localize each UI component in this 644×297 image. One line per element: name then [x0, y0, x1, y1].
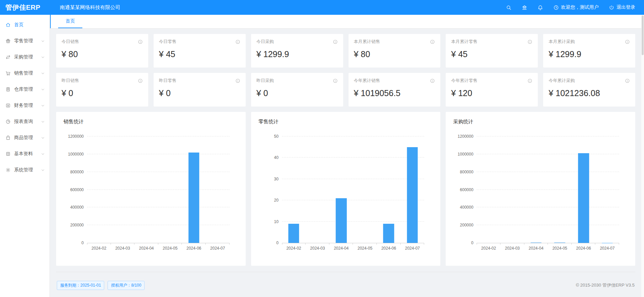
stat-value: ¥ 0 — [159, 88, 240, 98]
category-slot: 2024-05 — [548, 136, 572, 243]
swap-icon — [5, 54, 11, 60]
stat-label: 昨日销售 — [62, 78, 79, 84]
x-tick-label: 2024-07 — [396, 246, 429, 251]
footer: 服务到期：2025-01-01授权用户：8/100 © 2015-2030 管伊… — [56, 272, 635, 294]
y-tick-label: 50 — [274, 134, 278, 139]
category-slot: 2024-07 — [595, 136, 619, 243]
app-logo: 管伊佳ERP — [0, 3, 55, 12]
category-slot: 2024-02 — [477, 136, 500, 243]
footer-badges: 服务到期：2025-01-01授权用户：8/100 — [57, 281, 145, 290]
stat-value: ¥ 45 — [451, 49, 532, 59]
y-tick-label: 200000 — [70, 223, 84, 227]
chart-card: 采购统计020000040000060000080000010000001200… — [446, 112, 635, 266]
info-icon[interactable] — [527, 39, 532, 44]
tab-home[interactable]: 首页 — [58, 15, 82, 28]
bank-icon[interactable] — [522, 5, 527, 10]
stat-card: 今年累计销售¥ 1019056.5 — [349, 73, 441, 107]
y-tick-label: 800000 — [460, 170, 473, 174]
chart-title: 零售统计 — [258, 119, 433, 125]
info-icon[interactable] — [235, 39, 240, 44]
stat-card: 昨日零售¥ 0 — [154, 73, 246, 107]
category-slot: 2024-06 — [182, 136, 206, 243]
sidebar-item-purchase[interactable]: 采购管理 — [0, 49, 49, 65]
search-icon[interactable] — [506, 5, 512, 10]
category-slot: 2024-06 — [572, 136, 596, 243]
stat-card: 昨日采购¥ 0 — [251, 73, 343, 107]
logout-button[interactable]: 退出登录 — [609, 4, 635, 10]
chart-title: 采购统计 — [453, 119, 628, 125]
chart-card: 销售统计020000040000060000080000010000001200… — [56, 112, 246, 266]
stat-value: ¥ 1299.9 — [256, 49, 338, 59]
category-slot: 2024-07 — [401, 136, 425, 243]
sidebar-item-label: 商品管理 — [14, 135, 38, 141]
y-tick-label: 800000 — [70, 170, 84, 174]
info-icon[interactable] — [527, 78, 532, 83]
welcome-user[interactable]: 欢迎您，测试用户 — [553, 4, 599, 10]
y-tick-label: 1000000 — [458, 152, 474, 157]
stat-card: 本月累计零售¥ 45 — [446, 34, 538, 68]
y-tick-label: 1200000 — [68, 134, 84, 139]
logout-text: 退出登录 — [616, 4, 635, 10]
stat-label: 今年累计采购 — [549, 78, 575, 84]
sidebar-item-retail[interactable]: 零售管理 — [0, 33, 49, 49]
info-icon[interactable] — [138, 39, 143, 44]
bell-icon[interactable] — [537, 5, 543, 10]
stat-label: 今年累计销售 — [354, 78, 380, 84]
info-icon[interactable] — [625, 78, 630, 83]
sidebar-item-goods[interactable]: 商品管理 — [0, 130, 49, 146]
sidebar-item-label: 财务管理 — [14, 102, 38, 109]
category-slot: 2024-03 — [111, 136, 135, 243]
sidebar-item-home[interactable]: 首页 — [0, 17, 49, 33]
info-icon[interactable] — [430, 78, 435, 83]
stat-value: ¥ 1019056.5 — [354, 88, 435, 98]
category-slot: 2024-05 — [353, 136, 377, 243]
chevron-down-icon — [41, 104, 45, 108]
stat-label: 昨日采购 — [256, 78, 274, 84]
sidebar-item-reports[interactable]: 报表查询 — [0, 114, 49, 130]
sidebar-item-warehouse[interactable]: 仓库管理 — [0, 81, 49, 97]
y-tick-label: 40 — [274, 155, 278, 160]
category-slot: 2024-06 — [377, 136, 401, 243]
stat-label: 昨日零售 — [159, 78, 176, 84]
header-actions: 欢迎您，测试用户 退出登录 — [506, 4, 644, 10]
chevron-down-icon — [41, 39, 45, 43]
stat-card: 今日零售¥ 45 — [154, 34, 246, 68]
copyright: © 2015-2030 管伊佳ERP V3.5 — [576, 282, 635, 288]
category-slot: 2024-04 — [134, 136, 158, 243]
chevron-down-icon — [41, 55, 45, 59]
scrollbar-thumb[interactable] — [642, 15, 644, 55]
pie-chart-icon — [5, 119, 11, 124]
y-tick-label: 30 — [274, 177, 278, 181]
y-tick-label: 400000 — [460, 205, 473, 210]
scrollbar[interactable] — [641, 15, 644, 297]
footer-badge[interactable]: 服务到期：2025-01-01 — [57, 281, 104, 290]
sidebar-item-basic[interactable]: 基本资料 — [0, 146, 49, 162]
sidebar-item-finance[interactable]: 财务管理 — [0, 97, 49, 114]
category-slot: 2024-02 — [282, 136, 306, 243]
sidebar-item-system[interactable]: 系统管理 — [0, 162, 49, 178]
bar — [407, 147, 418, 243]
info-icon[interactable] — [625, 39, 630, 44]
stat-value: ¥ 45 — [159, 49, 240, 59]
stat-label: 本月累计销售 — [354, 39, 380, 45]
footer-badge[interactable]: 授权用户：8/100 — [108, 281, 145, 290]
info-icon[interactable] — [235, 78, 240, 83]
y-tick-label: 0 — [81, 241, 84, 245]
chart-card: 零售统计010203040502024-022024-032024-042024… — [251, 112, 441, 266]
bar-chart-plot: 0200000400000600000800000100000012000002… — [64, 129, 238, 255]
info-icon[interactable] — [430, 39, 435, 44]
info-icon[interactable] — [333, 78, 338, 83]
sidebar-item-label: 仓库管理 — [14, 86, 38, 92]
dashboard-content: 今日销售¥ 80今日零售¥ 45今日采购¥ 1299.9本月累计销售¥ 80本月… — [50, 29, 641, 297]
bar — [189, 153, 199, 243]
stat-value: ¥ 80 — [62, 49, 143, 59]
clock-icon — [553, 5, 559, 10]
stat-label: 今日零售 — [159, 39, 176, 45]
info-icon[interactable] — [333, 39, 338, 44]
info-icon[interactable] — [138, 78, 143, 83]
stat-value: ¥ 1021236.08 — [549, 88, 630, 98]
chevron-down-icon — [41, 152, 45, 156]
sidebar-item-sales[interactable]: 销售管理 — [0, 65, 49, 81]
chevron-down-icon — [41, 168, 45, 172]
stat-value: ¥ 0 — [62, 88, 143, 98]
